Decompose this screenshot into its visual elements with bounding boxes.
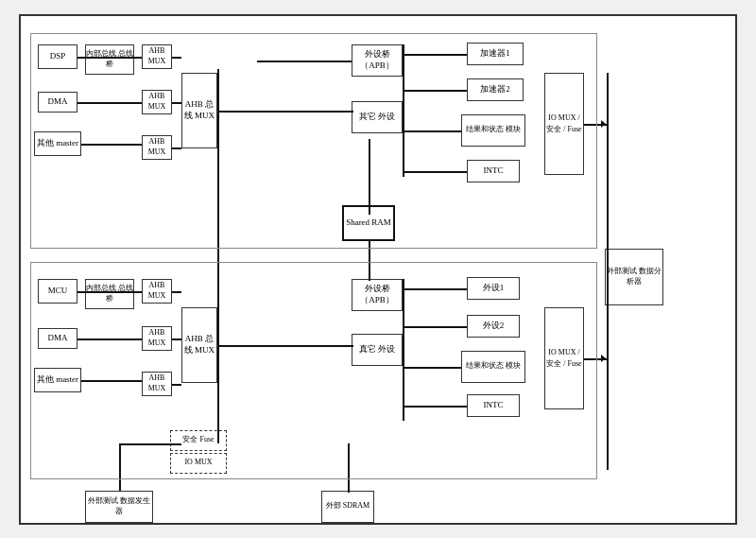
- ahb-bus-mux-top-block: AHB 总线 MUX: [181, 73, 217, 148]
- intc-bot-block: INTC: [467, 394, 520, 417]
- ahb-mux5-block: AHB MUX: [142, 326, 172, 351]
- io-mux-bot-block: IO MUX: [170, 453, 227, 474]
- accelerator2-block: 加速器2: [467, 78, 524, 101]
- dsp-block: DSP: [38, 44, 77, 69]
- external-sdram-block: 外部 SDRAM: [321, 491, 374, 523]
- shared-ram-vline2: [369, 241, 370, 281]
- top-bus-line: [217, 111, 353, 113]
- internal-bus-bot-block: 内部总线 总线桥: [85, 279, 134, 309]
- mcu-to-mux: [77, 291, 142, 293]
- intc-bot-line: [403, 406, 467, 408]
- io-mux-fuse-bot-block: IO MUX / 安全 / Fuse: [544, 307, 584, 409]
- pbridge-to-acc: [403, 44, 404, 177]
- mux4-line: [172, 291, 181, 293]
- result-status-top-block: 结果和状态 模块: [461, 114, 525, 147]
- acc1-line: [403, 54, 467, 56]
- peripheral-bridge-top-block: 外设桥 （APB）: [352, 44, 403, 77]
- result-line: [403, 130, 461, 132]
- mux2-to-busmux: [172, 102, 181, 104]
- bus-to-pbridge-top: [257, 61, 352, 62]
- ahb-bus-mux-bot-block: AHB 总线 MUX: [181, 307, 217, 383]
- dma-to-mux: [77, 102, 142, 104]
- ahb-mux2-block: AHB MUX: [142, 90, 172, 114]
- intc-line-top: [403, 171, 467, 173]
- result-bot-line: [403, 367, 461, 369]
- p2-line: [403, 326, 467, 328]
- dma-bot-to-mux: [77, 338, 142, 340]
- right-vline-analyzer: [607, 73, 609, 470]
- ahb-mux1-block: AHB MUX: [142, 44, 172, 69]
- intc-top-block: INTC: [467, 160, 520, 182]
- external-test-generator-block: 外部测试 数据发生器: [85, 491, 153, 523]
- dsp-to-mux: [77, 57, 142, 59]
- other-peripheral-bot-block: 真它 外设: [352, 334, 403, 366]
- ext-gen-vline: [119, 443, 121, 491]
- ahb-mux6-block: AHB MUX: [142, 372, 172, 396]
- ext-gen-hline: [119, 443, 181, 445]
- diagram-container: DSP DMA 其他 master 内部总线 总线桥 AHB MUX AHB M…: [19, 14, 737, 525]
- mux3-to-busmux: [172, 148, 181, 149]
- peripheral2-block: 外设2: [467, 315, 520, 338]
- external-test-analyzer-block: 外部测试 数据分析器: [605, 249, 663, 305]
- arrow-right-bot: [601, 355, 606, 362]
- bot-bus-vline: [217, 304, 219, 443]
- acc2-line: [403, 90, 467, 92]
- p1-line: [403, 288, 467, 290]
- mux5-line: [172, 338, 181, 340]
- other-master-bot-block: 其他 master: [34, 368, 81, 392]
- ext-sdram-vline: [348, 443, 350, 493]
- internal-bus-top-block: 内部总线 总线桥: [85, 44, 134, 75]
- mux6-line: [172, 384, 181, 386]
- shared-ram-vline: [369, 139, 370, 215]
- other-peripheral-top-block: 其它 外设: [352, 101, 403, 133]
- top-bus-vline1: [217, 69, 219, 304]
- master-bot-to-mux: [81, 380, 142, 382]
- dma-top-block: DMA: [38, 92, 77, 113]
- accelerator1-block: 加速器1: [467, 43, 524, 65]
- mcu-block: MCU: [38, 279, 77, 304]
- bot-bus-line: [217, 345, 353, 347]
- arrow-right-top: [601, 120, 606, 128]
- peripheral-bridge-bot-block: 外设桥 （APB）: [352, 279, 403, 311]
- pbridge-bot-vline: [403, 279, 404, 421]
- master-to-mux: [81, 144, 142, 146]
- peripheral1-block: 外设1: [467, 277, 520, 300]
- dma-bot-block: DMA: [38, 328, 77, 349]
- other-master-top-block: 其他 master: [34, 131, 81, 156]
- io-mux-fuse-top-block: IO MUX / 安全 / Fuse: [544, 73, 584, 175]
- ahb-mux4-block: AHB MUX: [142, 279, 172, 304]
- ahb-mux3-block: AHB MUX: [142, 135, 172, 160]
- result-status-bot-block: 结果和状态 模块: [461, 351, 525, 383]
- mux1-to-busmux: [172, 57, 181, 59]
